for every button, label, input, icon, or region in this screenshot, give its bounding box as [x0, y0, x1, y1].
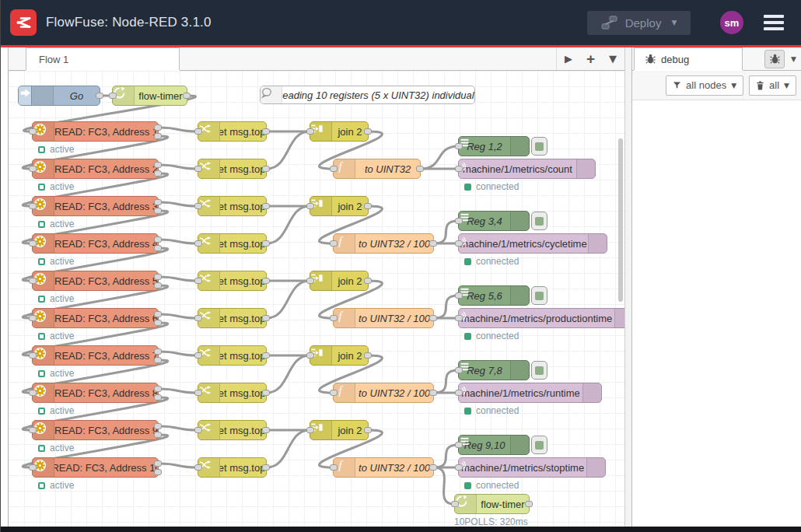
- tab-scroll-button[interactable]: ▶: [565, 53, 572, 65]
- debug-clear-button[interactable]: all ▼: [749, 75, 796, 96]
- node-read7[interactable]: READ: FC3, Address 7: [32, 345, 159, 366]
- node-mq3[interactable]: machine/1/metrics/productiontime: [458, 308, 624, 328]
- node-read5[interactable]: READ: FC3, Address 5: [32, 271, 159, 291]
- debug-toggle-button[interactable]: [531, 137, 547, 156]
- node-read1[interactable]: READ: FC3, Address 1: [32, 121, 159, 142]
- node-join4[interactable]: join 2: [310, 345, 369, 366]
- node-set4[interactable]: set msg.topic: [198, 233, 267, 254]
- node-mq1[interactable]: machine/1/metrics/count: [458, 159, 596, 179]
- port[interactable]: [262, 128, 270, 135]
- port[interactable]: [154, 208, 162, 214]
- port[interactable]: [154, 311, 162, 317]
- wire[interactable]: [434, 296, 458, 318]
- port[interactable]: [306, 278, 314, 284]
- wire[interactable]: [159, 389, 198, 393]
- palette-collapsed-strip[interactable]: [1, 47, 9, 527]
- port[interactable]: [194, 352, 202, 359]
- port[interactable]: [194, 240, 202, 247]
- wire[interactable]: [159, 314, 198, 318]
- node-set2[interactable]: set msg.topic: [198, 159, 267, 179]
- port[interactable]: [29, 390, 37, 396]
- port[interactable]: [455, 240, 463, 247]
- port[interactable]: [194, 427, 202, 433]
- wire[interactable]: [159, 128, 198, 131]
- port[interactable]: [154, 236, 162, 243]
- wire[interactable]: [434, 221, 458, 243]
- node-dbg1[interactable]: Reg 1,2: [458, 136, 530, 156]
- debug-filter-button[interactable]: all nodes ▼: [666, 75, 743, 96]
- node-set6[interactable]: set msg.topic: [198, 308, 267, 328]
- node-mq4[interactable]: machine/1/metrics/runtime: [458, 383, 602, 403]
- wire[interactable]: [267, 131, 310, 169]
- debug-pane-toggle-button[interactable]: [764, 50, 785, 68]
- flow-canvas[interactable]: Goflow-timerReading 10 registers (5 x UI…: [9, 71, 624, 527]
- node-dbg5[interactable]: Reg 9,10: [458, 435, 530, 455]
- port[interactable]: [154, 357, 162, 363]
- port[interactable]: [29, 352, 37, 359]
- port[interactable]: [154, 460, 162, 467]
- port[interactable]: [154, 274, 162, 280]
- port[interactable]: [429, 315, 437, 321]
- node-read10[interactable]: READ: FC3, Address 10: [32, 457, 159, 478]
- port[interactable]: [262, 464, 270, 471]
- node-read6[interactable]: READ: FC3, Address 6: [32, 308, 159, 328]
- port[interactable]: [109, 93, 117, 99]
- wire[interactable]: [267, 430, 310, 467]
- node-fn3[interactable]: fto UINT32 / 100: [333, 308, 434, 328]
- port[interactable]: [96, 93, 103, 99]
- wire[interactable]: [159, 426, 198, 430]
- flow-list-caret-button[interactable]: ▼: [609, 53, 617, 65]
- port[interactable]: [455, 464, 463, 471]
- port[interactable]: [262, 390, 270, 396]
- wire[interactable]: [434, 445, 458, 467]
- port[interactable]: [306, 352, 314, 359]
- port[interactable]: [262, 352, 270, 359]
- port[interactable]: [154, 432, 162, 438]
- port[interactable]: [364, 128, 372, 135]
- wire[interactable]: [421, 146, 458, 169]
- port[interactable]: [29, 464, 37, 471]
- wire[interactable]: [159, 352, 198, 355]
- node-dbg4[interactable]: Reg 7,8: [458, 360, 530, 380]
- port[interactable]: [154, 245, 162, 251]
- node-comment[interactable]: Reading 10 registers (5 x UINT32) indivi…: [260, 86, 475, 104]
- port[interactable]: [262, 166, 270, 172]
- port[interactable]: [194, 464, 202, 471]
- node-fn1[interactable]: fto UINT32: [333, 159, 421, 179]
- port[interactable]: [154, 199, 162, 205]
- port[interactable]: [194, 166, 202, 172]
- port[interactable]: [262, 203, 270, 209]
- node-timer-top[interactable]: flow-timer: [112, 86, 187, 106]
- node-fn5[interactable]: fto UINT32 / 100: [333, 457, 434, 478]
- node-set9[interactable]: set msg.topic: [198, 420, 267, 440]
- node-set1[interactable]: set msg.topic: [198, 121, 267, 142]
- port[interactable]: [154, 133, 162, 139]
- node-timer-bottom[interactable]: flow-timer: [454, 494, 530, 514]
- port[interactable]: [455, 390, 463, 396]
- debug-toggle-button[interactable]: [531, 361, 547, 380]
- port[interactable]: [262, 240, 270, 247]
- node-join3[interactable]: join 2: [310, 271, 369, 291]
- port[interactable]: [29, 203, 37, 209]
- node-set7[interactable]: set msg.topic: [198, 345, 267, 366]
- node-fn4[interactable]: fto UINT32 / 100: [333, 383, 434, 403]
- node-read2[interactable]: READ: FC3, Address 2: [32, 159, 159, 179]
- node-join5[interactable]: join 2: [310, 420, 369, 440]
- port[interactable]: [455, 218, 463, 224]
- port[interactable]: [455, 166, 463, 172]
- user-avatar[interactable]: sm: [720, 11, 743, 34]
- node-set10[interactable]: set msg.topic: [198, 457, 267, 478]
- port[interactable]: [29, 166, 37, 172]
- port[interactable]: [364, 203, 372, 209]
- port[interactable]: [306, 128, 314, 135]
- port[interactable]: [330, 240, 338, 247]
- port[interactable]: [451, 501, 459, 507]
- port[interactable]: [429, 240, 437, 247]
- port[interactable]: [183, 93, 191, 99]
- wire[interactable]: [267, 281, 310, 318]
- port[interactable]: [306, 427, 314, 433]
- port[interactable]: [455, 292, 463, 299]
- port[interactable]: [29, 427, 37, 433]
- port[interactable]: [154, 320, 162, 326]
- port[interactable]: [154, 162, 162, 168]
